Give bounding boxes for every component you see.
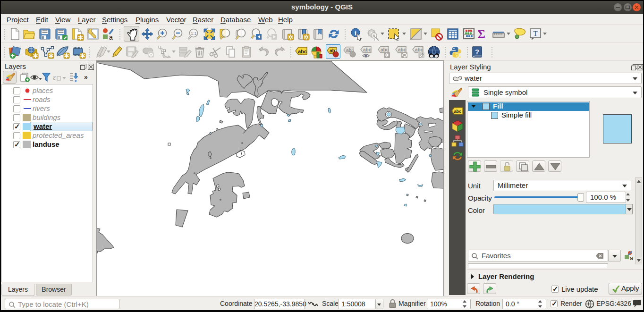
svg-text:abc: abc bbox=[363, 47, 372, 52]
svg-text:abc: abc bbox=[381, 47, 389, 52]
svg-text:a: a bbox=[109, 34, 113, 40]
svg-text:T: T bbox=[534, 30, 538, 37]
svg-text:i: i bbox=[355, 30, 356, 37]
svg-text:abc: abc bbox=[454, 109, 462, 114]
svg-text:a: a bbox=[630, 255, 633, 261]
svg-text:abc: abc bbox=[398, 47, 407, 52]
svg-text:1:1: 1:1 bbox=[191, 31, 197, 36]
svg-text:abc: abc bbox=[298, 49, 307, 54]
svg-text:?: ? bbox=[475, 48, 479, 56]
svg-text:ε: ε bbox=[53, 73, 56, 81]
svg-text:Σ: Σ bbox=[477, 28, 485, 40]
